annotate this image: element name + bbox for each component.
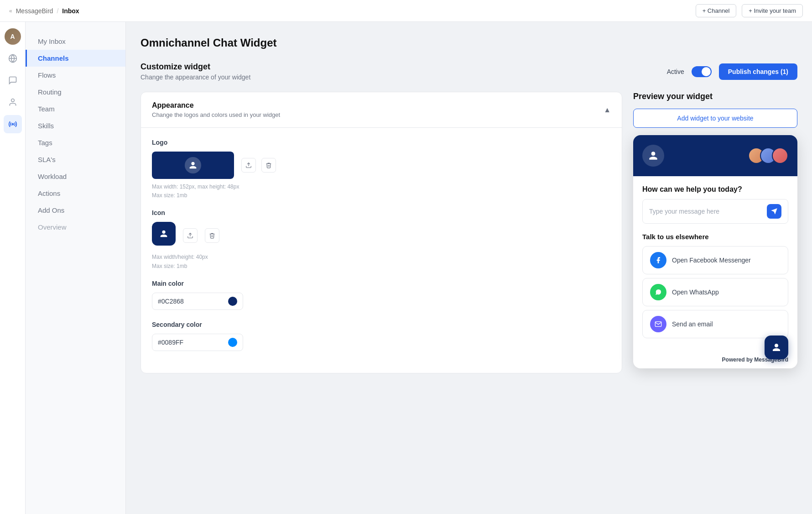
logo-box <box>152 152 611 179</box>
add-channel-button[interactable]: + Channel <box>696 4 737 17</box>
appearance-section: Appearance Change the logos and colors u… <box>141 92 622 373</box>
sidebar-item-routing[interactable]: Routing <box>26 84 125 100</box>
customize-controls: Active Publish changes (1) <box>667 63 797 80</box>
logo-delete-button[interactable] <box>261 158 276 173</box>
sidebar-item-slas[interactable]: SLA's <box>26 151 125 168</box>
text-sidebar: My Inbox Channels Flows Routing Team Ski… <box>26 22 126 514</box>
appearance-body: Logo <box>141 128 622 373</box>
appearance-subtext: Change the logos and colors used in your… <box>152 111 280 118</box>
main-color-dot <box>228 297 237 306</box>
top-nav: « MessageBird / Inbox + Channel + Invite… <box>0 0 812 22</box>
email-icon <box>650 316 666 332</box>
sidebar-item-channels[interactable]: Channels <box>26 50 125 67</box>
back-icon: « <box>9 8 12 14</box>
sidebar-icon-globe[interactable] <box>4 49 22 68</box>
icon-preview <box>152 222 176 246</box>
widget-body: How can we help you today? Type your mes… <box>633 176 797 351</box>
active-toggle[interactable] <box>692 66 712 77</box>
sidebar-avatar[interactable]: A <box>4 27 22 46</box>
secondary-color-value: #0089FF <box>158 339 224 346</box>
icon-upload-button[interactable] <box>183 228 198 243</box>
team-avatar-3 <box>772 147 788 164</box>
active-label: Active <box>667 68 684 75</box>
sidebar-icon-chat[interactable] <box>4 71 22 89</box>
sidebar-item-tags[interactable]: Tags <box>26 134 125 151</box>
channel-name-email: Send an email <box>672 320 713 328</box>
sidebar-icon-person[interactable] <box>4 93 22 111</box>
main-color-value: #0C2868 <box>158 298 224 305</box>
channel-name-whatsapp: Open WhatsApp <box>672 288 719 296</box>
widget-send-button[interactable] <box>767 204 781 219</box>
channel-item-email[interactable]: Send an email <box>642 310 788 338</box>
icon-sidebar: A <box>0 22 26 514</box>
widget-preview-wrapper: How can we help you today? Type your mes… <box>633 135 797 368</box>
logo-preview <box>152 152 234 179</box>
float-chat-button[interactable] <box>765 336 788 359</box>
customize-header: Customize widget Change the appearance o… <box>141 62 797 81</box>
main-color-input[interactable]: #0C2868 <box>152 293 243 310</box>
breadcrumb-current: Inbox <box>62 7 79 15</box>
logo-avatar-icon <box>185 157 201 173</box>
preview-title: Preview your widget <box>633 92 797 101</box>
svg-point-2 <box>11 99 14 102</box>
svg-point-3 <box>12 123 13 125</box>
logo-label: Logo <box>152 139 611 146</box>
logo-upload-button[interactable] <box>241 158 256 173</box>
appearance-toggle-icon: ▲ <box>604 106 611 114</box>
sidebar-item-my-inbox[interactable]: My Inbox <box>26 33 125 50</box>
talk-elsewhere-title: Talk to us elsewhere <box>642 233 788 241</box>
customize-subtext: Change the appearance of your widget <box>141 73 667 81</box>
page-title: Omnichannel Chat Widget <box>141 37 797 49</box>
whatsapp-icon <box>650 284 666 300</box>
customize-heading: Customize widget <box>141 62 667 72</box>
widget-team-avatars <box>748 147 788 164</box>
appearance-header-text: Appearance Change the logos and colors u… <box>152 101 280 118</box>
main-color-label: Main color <box>152 280 611 287</box>
add-widget-button[interactable]: Add widget to your website <box>633 109 797 128</box>
main-row: Appearance Change the logos and colors u… <box>141 92 797 373</box>
logo-hint: Max width: 152px, max height: 48px Max s… <box>152 183 611 200</box>
secondary-color-dot <box>228 338 237 347</box>
sidebar-item-skills[interactable]: Skills <box>26 117 125 134</box>
widget-header <box>633 135 797 176</box>
appearance-header[interactable]: Appearance Change the logos and colors u… <box>141 92 622 128</box>
sidebar-item-workload[interactable]: Workload <box>26 168 125 185</box>
logo-actions <box>241 158 276 173</box>
icon-label: Icon <box>152 209 611 216</box>
sidebar-icon-broadcast[interactable] <box>4 115 22 133</box>
widget-message-input[interactable]: Type your message here <box>642 199 788 224</box>
brand-name: MessageBird <box>16 7 53 15</box>
invite-team-button[interactable]: + Invite your team <box>742 4 803 17</box>
widget-header-icon <box>642 145 664 167</box>
sidebar-item-actions[interactable]: Actions <box>26 185 125 202</box>
widget-card: How can we help you today? Type your mes… <box>633 135 797 368</box>
channel-item-whatsapp[interactable]: Open WhatsApp <box>642 278 788 306</box>
channel-item-facebook[interactable]: Open Facebook Messenger <box>642 246 788 274</box>
icon-delete-button[interactable] <box>205 228 219 243</box>
channel-name-facebook: Open Facebook Messenger <box>672 257 751 264</box>
icon-hint: Max width/height: 40px Max size: 1mb <box>152 253 611 270</box>
right-panel: Preview your widget Add widget to your w… <box>633 92 797 373</box>
sidebar-item-addons[interactable]: Add Ons <box>26 202 125 219</box>
secondary-color-label: Secondary color <box>152 321 611 328</box>
icon-row <box>152 222 611 249</box>
main-content: Omnichannel Chat Widget Customize widget… <box>126 22 812 514</box>
sidebar-item-team[interactable]: Team <box>26 100 125 117</box>
sidebar-item-overview[interactable]: Overview <box>26 219 125 236</box>
widget-help-text: How can we help you today? <box>642 185 788 194</box>
publish-changes-button[interactable]: Publish changes (1) <box>719 63 797 80</box>
customize-info: Customize widget Change the appearance o… <box>141 62 667 81</box>
left-panel: Appearance Change the logos and colors u… <box>141 92 622 373</box>
user-avatar: A <box>5 28 21 45</box>
sidebar-item-flows[interactable]: Flows <box>26 67 125 84</box>
widget-message-placeholder: Type your message here <box>649 208 719 215</box>
breadcrumb-separator: / <box>57 7 58 15</box>
secondary-color-input[interactable]: #0089FF <box>152 334 243 351</box>
appearance-heading: Appearance <box>152 101 280 110</box>
topnav-actions: + Channel + Invite your team <box>696 4 803 17</box>
facebook-icon <box>650 252 666 268</box>
breadcrumb: « MessageBird / Inbox <box>9 7 79 15</box>
